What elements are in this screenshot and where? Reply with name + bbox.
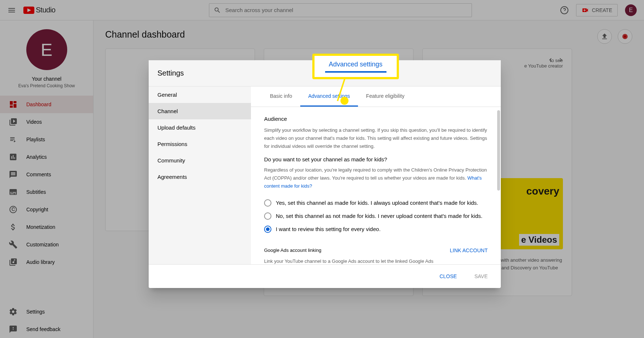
radio-no-kids[interactable]: No, set this channel as not made for kid… [264,210,488,223]
radio-yes-kids[interactable]: Yes, set this channel as made for kids. … [264,196,488,210]
save-button[interactable]: SAVE [470,270,492,282]
audience-title: Audience [264,116,488,122]
radio-button[interactable] [264,212,271,220]
modal-nav-permissions[interactable]: Permissions [149,136,251,152]
link-account-button[interactable]: LINK ACCOUNT [450,247,488,253]
modal-nav-agreements[interactable]: Agreements [149,169,251,185]
modal-nav-upload-defaults[interactable]: Upload defaults [149,119,251,136]
modal-nav-general[interactable]: General [149,87,251,103]
content-scrollbar[interactable] [496,110,501,264]
audience-description: Simplify your workflow by selecting a ch… [264,126,488,150]
google-ads-description: Link your YouTube channel to a Google Ad… [264,257,439,264]
modal-content: Basic info Advanced settings Feature eli… [251,87,501,264]
settings-modal: Settings General Channel Upload defaults… [149,60,501,288]
radio-review-each[interactable]: I want to review this setting for every … [264,223,488,236]
radio-label: No, set this channel as not made for kid… [276,213,483,219]
settings-tabs: Basic info Advanced settings Feature eli… [251,87,501,107]
radio-label: I want to review this setting for every … [276,226,381,232]
settings-content-scroll[interactable]: Audience Simplify your workflow by selec… [251,107,501,264]
scrollbar-thumb[interactable] [497,110,500,191]
highlight-underline [325,71,386,73]
tab-basic-info[interactable]: Basic info [262,87,300,107]
modal-sidebar: General Channel Upload defaults Permissi… [149,87,251,264]
radio-label: Yes, set this channel as made for kids. … [276,200,478,206]
highlight-callout: Advanced settings [312,54,399,79]
pointer-dot [340,97,348,105]
close-button[interactable]: CLOSE [435,270,461,282]
coppa-text: Regardless of your location, you're lega… [264,166,488,190]
google-ads-title: Google Ads account linking [264,247,439,253]
radio-button[interactable] [264,226,271,233]
tab-advanced-settings[interactable]: Advanced settings [300,87,358,107]
highlight-text: Advanced settings [329,61,382,68]
modal-footer: CLOSE SAVE [149,264,501,288]
radio-button[interactable] [264,199,271,207]
modal-nav-channel[interactable]: Channel [149,103,251,119]
modal-nav-community[interactable]: Community [149,152,251,169]
tab-feature-eligibility[interactable]: Feature eligibility [358,87,412,107]
made-for-kids-question: Do you want to set your channel as made … [264,156,488,162]
